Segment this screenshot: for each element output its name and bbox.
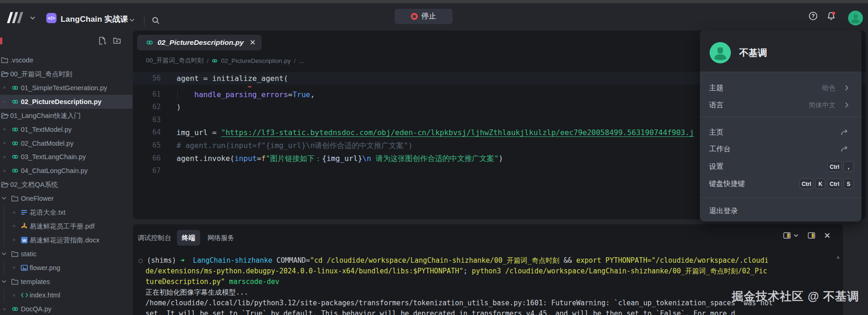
menu-item[interactable]: 键盘快捷键CtrlKCtrlS bbox=[700, 176, 862, 191]
stop-button[interactable]: 停止 bbox=[395, 9, 453, 24]
menu-divider bbox=[700, 198, 862, 198]
menu-item[interactable]: 退出登录 bbox=[700, 203, 862, 219]
pdf-icon bbox=[21, 222, 28, 229]
menu-item[interactable]: 语言简体中文 bbox=[700, 97, 862, 113]
terminal-line: ○ (shims) ➜ LangChain-shizhanke COMMAND=… bbox=[138, 255, 843, 266]
external-link-icon bbox=[841, 146, 848, 153]
tree-item[interactable]: flower.png bbox=[0, 261, 132, 275]
workspace-chevron-icon[interactable] bbox=[30, 16, 36, 20]
tree-item-label: 02_ChatModel.py bbox=[21, 140, 74, 147]
menu-item[interactable]: 主题暗色 bbox=[700, 80, 862, 96]
tree-item[interactable]: W易速鲜花运营指南.docx bbox=[0, 233, 132, 247]
tree-item[interactable]: 01_LangChain快速入门 bbox=[0, 109, 132, 123]
avatar[interactable] bbox=[848, 11, 863, 25]
menu-item-label: 语言 bbox=[709, 100, 723, 110]
chain-icon bbox=[12, 126, 19, 133]
topbar-divider bbox=[144, 16, 145, 25]
bell-icon[interactable] bbox=[826, 11, 836, 21]
menu-item[interactable]: 设置Ctrl, bbox=[700, 159, 862, 174]
tree-item[interactable]: 易速鲜花员工手册.pdf bbox=[0, 219, 132, 233]
line-number: 67 bbox=[133, 165, 161, 178]
app-root: </> LangChain 实战课 停止 ? bbox=[0, 0, 868, 315]
tree-item-label: templates bbox=[21, 278, 50, 285]
user-menu-header: 不基调 bbox=[700, 30, 862, 72]
code-text: ) bbox=[176, 101, 181, 114]
menu-item[interactable]: 工作台 bbox=[700, 141, 862, 157]
new-file-icon[interactable] bbox=[98, 37, 106, 45]
stop-button-label: 停止 bbox=[421, 12, 436, 21]
tree-indent-guide bbox=[4, 261, 4, 275]
menu-item-label: 退出登录 bbox=[709, 206, 738, 216]
docx-icon: W bbox=[21, 236, 28, 243]
html-icon bbox=[21, 292, 28, 298]
menu-chevron-right-icon bbox=[845, 85, 849, 91]
tree-item-dot bbox=[13, 294, 15, 296]
tree-item[interactable]: 01_SimpleTextGeneration.py bbox=[0, 81, 132, 95]
tree-item-label: 易速鲜花运营指南.docx bbox=[30, 235, 100, 244]
tree-item[interactable]: 00_开篇词_奇点时刻 bbox=[0, 67, 132, 81]
tree-item-label: 易速鲜花员工手册.pdf bbox=[30, 222, 94, 230]
tree-item-label: 01_LangChain快速入门 bbox=[10, 111, 81, 120]
tree-item[interactable]: 花语大全.txt bbox=[0, 205, 132, 219]
tree-item[interactable]: 04_ChatLongChain.py bbox=[0, 164, 132, 178]
tree-item-dot bbox=[3, 100, 6, 103]
tree-item[interactable]: 02_文档QA系统 bbox=[0, 178, 132, 191]
search-icon[interactable] bbox=[152, 17, 160, 25]
code-text: agent = initialize_agent( bbox=[176, 72, 288, 85]
line-number: 62 bbox=[133, 101, 161, 114]
tree-item-label: 花语大全.txt bbox=[30, 208, 65, 217]
code-text: # agent.run(input=f"{img_url}\n请创作合适的中文推… bbox=[176, 139, 413, 152]
watermark: 掘金技术社区 @ 不基调 bbox=[732, 289, 859, 304]
new-folder-icon[interactable] bbox=[113, 37, 121, 44]
tree-expand-chevron-icon[interactable] bbox=[1, 252, 6, 255]
tree-item[interactable]: 01_TextModel.py bbox=[0, 123, 132, 136]
tree-item[interactable]: 03_TextLangChain.py bbox=[0, 150, 132, 164]
help-icon[interactable]: ? bbox=[809, 12, 818, 20]
project-chevron-icon[interactable] bbox=[129, 19, 135, 22]
tree-item-dot bbox=[13, 211, 15, 214]
menu-item-value: 暗色 bbox=[822, 84, 836, 93]
line-number: 56 bbox=[133, 72, 161, 85]
fold-error-mark bbox=[248, 86, 252, 87]
chain-icon bbox=[12, 167, 19, 174]
line-number: 63 bbox=[133, 114, 161, 127]
marscode-logo-icon[interactable] bbox=[6, 11, 24, 24]
line-number: 61 bbox=[133, 88, 161, 101]
tree-item[interactable]: index.html bbox=[0, 288, 132, 302]
chain-icon bbox=[12, 98, 19, 105]
tree-item[interactable]: .vscode bbox=[0, 53, 132, 67]
tree-item[interactable]: 02_PictureDescription.py bbox=[0, 95, 132, 109]
tree-expand-chevron-icon[interactable] bbox=[1, 197, 6, 200]
kbd-key: , bbox=[843, 161, 854, 172]
tree-item[interactable]: templates bbox=[0, 275, 132, 289]
code-text: img_url = "https://lf3-static.bytednsdoc… bbox=[176, 126, 694, 139]
folder-icon bbox=[11, 251, 19, 257]
menu-divider bbox=[700, 72, 862, 72]
terminal-line: tureDescription.py" marscode-dev bbox=[145, 277, 843, 287]
menu-chevron-right-icon bbox=[845, 102, 849, 108]
menu-item-label: 键盘快捷键 bbox=[709, 179, 745, 189]
tree-item-label: 01_SimpleTextGeneration.py bbox=[21, 84, 107, 92]
menu-item-value: 简体中文 bbox=[809, 101, 836, 110]
tree-item[interactable]: DocQA.py bbox=[0, 302, 132, 315]
tree-item[interactable]: OneFlower bbox=[0, 191, 132, 205]
menu-item[interactable]: 主页 bbox=[700, 124, 862, 140]
folder-open-icon bbox=[1, 112, 9, 119]
menu-shortcut-keys: Ctrl, bbox=[827, 161, 854, 172]
tree-item-label: flower.png bbox=[30, 264, 60, 272]
tree-expand-chevron-icon[interactable] bbox=[1, 280, 6, 283]
folder-open-icon bbox=[1, 181, 9, 188]
kbd-key: Ctrl bbox=[799, 179, 814, 189]
tree-item-label: static bbox=[21, 250, 37, 258]
folder-open-icon bbox=[1, 71, 9, 77]
tree-item-dot bbox=[13, 225, 15, 227]
tree-item[interactable]: 02_ChatModel.py bbox=[0, 136, 132, 150]
folder-icon bbox=[11, 278, 19, 285]
tree-item[interactable]: static bbox=[0, 247, 132, 261]
tree-indent-guide bbox=[4, 205, 4, 219]
chain-icon bbox=[12, 140, 19, 147]
project-title: LangChain 实战课 bbox=[61, 14, 128, 25]
chain-icon bbox=[12, 306, 19, 313]
menu-divider bbox=[700, 117, 862, 117]
tree-item-label: 01_TextModel.py bbox=[21, 126, 72, 133]
